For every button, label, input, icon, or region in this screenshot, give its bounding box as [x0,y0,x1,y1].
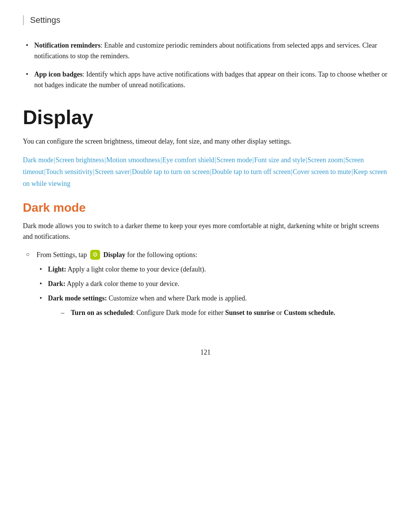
circle-item-suffix: for the following options: [127,251,197,259]
link-double-tap-off[interactable]: Double tap to turn off screen [212,168,291,176]
bullet-item-1: Notification reminders: Enable and custo… [23,40,388,62]
sub-item-dark-mode-settings: Dark mode settings: Customize when and w… [37,293,388,318]
dash-term-1: Turn on as scheduled [71,309,133,316]
bullet-item-2: App icon badges: Identify which apps hav… [23,69,388,91]
sep-13: | [352,168,353,176]
link-double-tap-on[interactable]: Double tap to turn on screen [132,168,210,176]
dark-mode-sub-list: Light: Apply a light color theme to your… [37,264,388,318]
page-footer: 121 [23,348,388,356]
link-motion-smoothness[interactable]: Motion smoothness [106,156,160,164]
dash-term-2: Sunset to sunrise [225,309,275,316]
page-number: 121 [201,348,211,356]
dash-term-3: Custom schedule. [284,309,335,316]
display-links: Dark mode|Screen brightness|Motion smoot… [23,154,388,189]
dash-desc-1: : Configure Dark mode for either [133,309,225,316]
sep-12: | [291,168,293,176]
dark-mode-circle-list: From Settings, tap Display for the follo… [23,250,388,318]
link-screen-zoom[interactable]: Screen zoom [307,156,343,164]
sub-item-light-desc: Apply a light color theme to your device… [66,265,206,273]
sep-11: | [210,168,212,176]
sep-9: | [93,168,95,176]
dash-desc-2: or [275,309,284,316]
sep-1: | [54,156,55,164]
page-header: Settings [23,15,388,25]
link-screen-brightness[interactable]: Screen brightness [56,156,104,164]
circle-item-display: From Settings, tap Display for the follo… [23,250,388,318]
bullet-2-term: App icon badges [34,70,83,78]
display-section-title: Display [23,106,388,129]
sep-6: | [306,156,307,164]
display-section-intro: You can configure the screen brightness,… [23,136,388,147]
sub-item-dms-desc: Customize when and where Dark mode is ap… [107,294,247,302]
bullet-2-desc: : Identify which apps have active notifi… [34,70,387,89]
sep-5: | [252,156,254,164]
sub-item-dark-desc: Apply a dark color theme to your device. [65,280,179,288]
sub-item-light: Light: Apply a light color theme to your… [37,264,388,275]
sub-item-dark: Dark: Apply a dark color theme to your d… [37,279,388,289]
page-header-title: Settings [30,15,61,25]
sub-item-dms-term: Dark mode settings: [48,294,107,302]
link-touch-sensitivity[interactable]: Touch sensitivity [46,168,93,176]
sep-10: | [130,168,132,176]
settings-icon [90,250,100,260]
link-eye-comfort[interactable]: Eye comfort shield [162,156,214,164]
dash-item-scheduled: Turn on as scheduled: Configure Dark mod… [59,308,388,318]
intro-bullets: Notification reminders: Enable and custo… [23,40,388,91]
sep-3: | [161,156,162,164]
sep-7: | [344,156,345,164]
link-screen-mode[interactable]: Screen mode [217,156,252,164]
circle-item-prefix: From Settings, tap [37,251,87,259]
sep-4: | [215,156,216,164]
dark-mode-title: Dark mode [23,201,388,215]
dark-mode-intro: Dark mode allows you to switch to a dark… [23,221,388,242]
link-cover-screen[interactable]: Cover screen to mute [293,168,351,176]
sub-item-dark-term: Dark: [48,280,65,288]
sub-item-light-term: Light: [48,265,66,273]
circle-item-display-bold: Display [104,251,126,259]
link-font-size[interactable]: Font size and style [254,156,305,164]
dark-mode-dash-list: Turn on as scheduled: Configure Dark mod… [59,308,388,318]
sep-8: | [44,168,46,176]
sep-2: | [105,156,106,164]
link-screen-saver[interactable]: Screen saver [95,168,129,176]
bullet-1-term: Notification reminders [34,42,100,49]
link-dark-mode[interactable]: Dark mode [23,156,53,164]
